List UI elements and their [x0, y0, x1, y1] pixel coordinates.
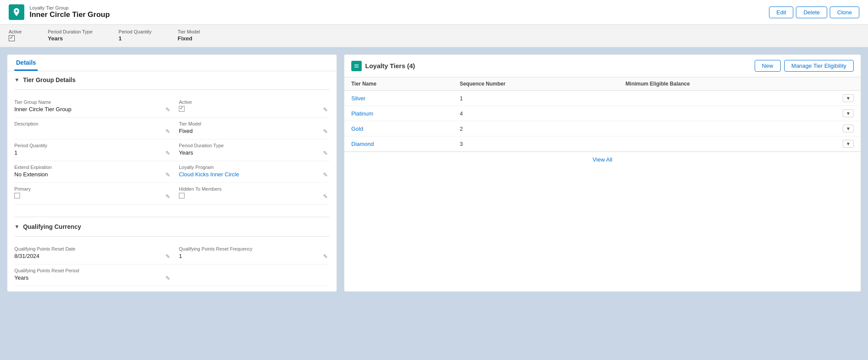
description-edit-icon[interactable]: ✎ — [165, 128, 170, 135]
sequence-number-cell: 3 — [453, 136, 619, 152]
qualifying-currency-chevron[interactable]: ▼ — [14, 224, 20, 230]
extend-expiration-edit-icon[interactable]: ✎ — [165, 172, 170, 178]
primary-label: Primary — [14, 186, 165, 192]
hidden-to-members-edit-icon[interactable]: ✎ — [323, 193, 328, 200]
min-balance-cell — [619, 106, 836, 121]
tiers-panel-header: Loyalty Tiers (4) New Manage Tier Eligib… — [344, 55, 861, 77]
primary-edit-icon[interactable]: ✎ — [165, 193, 170, 200]
tier-group-divider — [14, 89, 330, 90]
extend-expiration-value: No Extension — [14, 171, 165, 179]
tier-group-name-edit-icon[interactable]: ✎ — [165, 106, 170, 113]
table-row: Diamond 3 ▼ — [344, 136, 861, 152]
primary-value — [14, 193, 165, 201]
page-wrapper: Loyalty Tier Group Inner Circle Tier Gro… — [0, 0, 868, 360]
active-label: Active — [179, 99, 330, 105]
period-quantity-edit-icon[interactable]: ✎ — [165, 150, 170, 156]
tiers-title-text: Loyalty Tiers — [365, 62, 405, 69]
col-actions — [836, 77, 861, 91]
summary-period-duration: Period Duration Type Years — [48, 29, 92, 43]
edit-button[interactable]: Edit — [769, 7, 793, 18]
hidden-to-members-label: Hidden To Members — [179, 186, 330, 192]
tiers-title: Loyalty Tiers (4) — [365, 62, 415, 69]
tier-name-cell[interactable]: Platinum — [344, 106, 453, 121]
app-title: Inner Circle Tier Group — [30, 10, 110, 19]
reset-date-label: Qualifying Points Reset Date — [14, 246, 165, 251]
reset-period-value: Years — [14, 274, 165, 282]
tier-group-name-value: Inner Circle Tier Group — [14, 106, 165, 114]
field-extend-expiration: Extend Expiration No Extension ✎ — [14, 161, 172, 183]
loyalty-tiers-panel: Loyalty Tiers (4) New Manage Tier Eligib… — [344, 54, 861, 292]
col-sequence-number: Sequence Number — [453, 77, 619, 91]
new-tier-button[interactable]: New — [755, 60, 781, 72]
clone-button[interactable]: Clone — [830, 7, 859, 18]
details-tab[interactable]: Details — [14, 55, 38, 71]
primary-checkbox — [14, 193, 20, 198]
delete-button[interactable]: Delete — [796, 7, 827, 18]
content-area: Details ▼ Tier Group Details Tier Group … — [0, 47, 868, 299]
loyalty-program-edit-icon[interactable]: ✎ — [323, 172, 328, 178]
reset-period-edit-icon[interactable]: ✎ — [165, 275, 170, 281]
summary-period-quantity: Period Quantity 1 — [119, 29, 152, 43]
view-all-link[interactable]: View All — [593, 156, 612, 163]
sequence-number-cell: 4 — [453, 106, 619, 121]
tier-row-dropdown-button[interactable]: ▼ — [843, 125, 854, 132]
summary-period-quantity-value: 1 — [119, 35, 122, 42]
qualifying-currency-top-divider — [14, 217, 330, 217]
col-tier-name: Tier Name — [344, 77, 453, 91]
summary-period-quantity-label: Period Quantity — [119, 29, 152, 34]
reset-date-edit-icon[interactable]: ✎ — [165, 253, 170, 260]
active-value — [179, 106, 330, 114]
field-period-duration-type: Period Duration Type Years ✎ — [172, 139, 330, 161]
tier-row-dropdown-cell: ▼ — [836, 91, 861, 106]
tier-group-title: Tier Group Details — [23, 76, 76, 83]
col-min-eligible-balance: Minimum Eligible Balance — [619, 77, 836, 91]
tier-name-cell[interactable]: Diamond — [344, 136, 453, 152]
qualifying-currency-divider — [14, 236, 330, 237]
tiers-table-header-row: Tier Name Sequence Number Minimum Eligib… — [344, 77, 861, 91]
tiers-icon — [351, 61, 362, 71]
period-duration-type-edit-icon[interactable]: ✎ — [323, 150, 328, 156]
hidden-to-members-checkbox — [179, 193, 185, 198]
tier-row-dropdown-cell: ▼ — [836, 121, 861, 136]
header-left: Loyalty Tier Group Inner Circle Tier Gro… — [9, 4, 110, 20]
tier-group-fields: Tier Group Name Inner Circle Tier Group … — [14, 96, 330, 205]
field-active: Active ✎ — [172, 96, 330, 118]
tier-row-dropdown-button[interactable]: ▼ — [843, 140, 854, 148]
header-buttons: Edit Delete Clone — [769, 7, 859, 18]
summary-period-duration-value: Years — [48, 35, 63, 42]
qualifying-currency-section-header: ▼ Qualifying Currency — [14, 223, 330, 230]
active-checkbox — [179, 106, 185, 112]
tier-group-chevron[interactable]: ▼ — [14, 77, 20, 83]
summary-active-checkbox — [9, 35, 15, 41]
field-reset-frequency: Qualifying Points Reset Frequency 1 ✎ — [172, 243, 330, 264]
field-loyalty-program: Loyalty Program Cloud Kicks Inner Circle… — [172, 161, 330, 183]
view-all-row: View All — [344, 152, 861, 167]
tier-row-dropdown-cell: ▼ — [836, 106, 861, 121]
tier-row-dropdown-button[interactable]: ▼ — [843, 94, 854, 102]
table-row: Gold 2 ▼ — [344, 121, 861, 136]
active-edit-icon[interactable]: ✎ — [323, 106, 328, 113]
qualifying-currency-title: Qualifying Currency — [23, 223, 81, 230]
tier-row-dropdown-button[interactable]: ▼ — [843, 109, 854, 117]
qualifying-currency-fields: Qualifying Points Reset Date 8/31/2024 ✎… — [14, 243, 330, 286]
field-tier-model: Tier Model Fixed ✎ — [172, 118, 330, 139]
field-empty — [172, 264, 330, 286]
manage-tier-eligibility-button[interactable]: Manage Tier Eligibility — [784, 60, 854, 72]
tier-name-cell[interactable]: Gold — [344, 121, 453, 136]
header: Loyalty Tier Group Inner Circle Tier Gro… — [0, 0, 868, 25]
reset-frequency-value: 1 — [179, 253, 330, 261]
tiers-header-left: Loyalty Tiers (4) — [351, 61, 415, 71]
tier-model-value: Fixed — [179, 128, 330, 135]
tier-name-cell[interactable]: Silver — [344, 91, 453, 106]
loyalty-program-label: Loyalty Program — [179, 165, 330, 170]
tier-model-edit-icon[interactable]: ✎ — [323, 128, 328, 135]
table-row: Silver 1 ▼ — [344, 91, 861, 106]
loyalty-program-value[interactable]: Cloud Kicks Inner Circle — [179, 171, 330, 179]
details-panel: Details ▼ Tier Group Details Tier Group … — [7, 54, 337, 292]
field-primary: Primary ✎ — [14, 183, 172, 205]
reset-frequency-edit-icon[interactable]: ✎ — [323, 253, 328, 260]
reset-date-value: 8/31/2024 — [14, 253, 165, 261]
min-balance-cell — [619, 121, 836, 136]
tier-model-label: Tier Model — [179, 121, 330, 126]
summary-bar: Active Period Duration Type Years Period… — [0, 25, 868, 47]
